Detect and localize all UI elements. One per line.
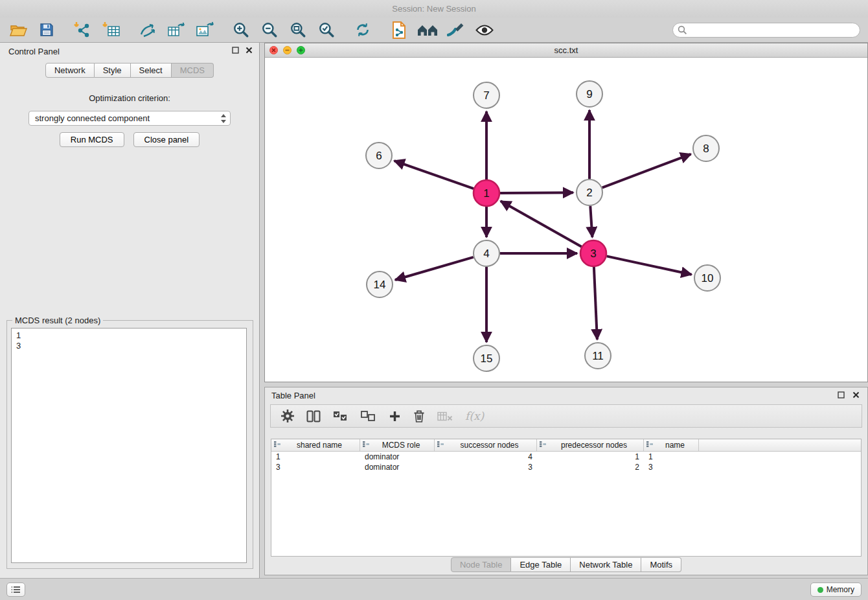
table-cell: dominator	[360, 452, 435, 461]
float-panel-icon[interactable]	[232, 46, 239, 56]
optimization-criterion-value: strongly connected component	[35, 113, 150, 123]
zoom-fit-icon[interactable]	[288, 19, 308, 40]
float-table-panel-icon[interactable]	[838, 391, 845, 400]
table-tab-edge-table[interactable]: Edge Table	[511, 557, 571, 572]
window-titlebar: Session: New Session	[0, 0, 868, 17]
network-view-window: scc.txt 7968124314101511	[264, 43, 868, 382]
search-icon	[678, 25, 687, 38]
create-column-plus-icon[interactable]	[389, 408, 401, 424]
network-graph[interactable]: 7968124314101511	[265, 58, 867, 382]
window-minimize-icon[interactable]	[283, 46, 291, 54]
unselect-all-columns-icon[interactable]	[361, 408, 376, 424]
column-header-MCDS-role[interactable]: MCDS role	[360, 439, 435, 451]
node-label: 6	[376, 150, 382, 162]
search-input[interactable]	[672, 23, 860, 38]
node-7[interactable]: 7	[474, 82, 499, 108]
import-table-icon[interactable]	[101, 19, 122, 40]
select-all-columns-icon[interactable]	[333, 408, 348, 424]
network-from-selection-icon[interactable]	[137, 19, 158, 40]
node-9[interactable]: 9	[577, 81, 602, 107]
attribute-type-icon	[646, 441, 654, 450]
control-panel-tab-mcds[interactable]: MCDS	[172, 63, 214, 78]
save-session-icon[interactable]	[36, 19, 57, 40]
node-1[interactable]: 1	[474, 180, 499, 206]
table-settings-gear-icon[interactable]	[281, 408, 294, 424]
close-panel-button[interactable]: Close panel	[133, 132, 200, 147]
node-label: 11	[592, 350, 604, 362]
window-close-icon[interactable]	[269, 46, 278, 54]
run-mcds-button[interactable]: Run MCDS	[60, 132, 124, 147]
table-panel: Table Panel	[264, 387, 868, 575]
node-14[interactable]: 14	[367, 271, 393, 297]
table-cell: 1	[644, 452, 699, 461]
node-3[interactable]: 3	[580, 240, 606, 266]
table-body: 1dominator4113dominator323	[271, 452, 861, 472]
table-tab-motifs[interactable]: Motifs	[641, 557, 681, 572]
close-table-panel-icon[interactable]	[852, 391, 860, 400]
control-panel-tabbar: NetworkStyleSelectMCDS	[0, 63, 259, 78]
node-6[interactable]: 6	[366, 143, 392, 168]
node-10[interactable]: 10	[694, 265, 720, 291]
table-tab-network-table[interactable]: Network Table	[571, 557, 641, 572]
zoom-selected-icon[interactable]	[316, 19, 337, 40]
table-row[interactable]: 3dominator323	[271, 462, 861, 472]
control-panel-tab-select[interactable]: Select	[131, 63, 172, 78]
paint-style-icon[interactable]	[446, 19, 466, 40]
optimization-criterion-select[interactable]: strongly connected component	[29, 111, 231, 126]
open-session-icon[interactable]	[8, 19, 29, 40]
edge-3-10[interactable]	[607, 256, 692, 274]
show-column-panel-icon[interactable]	[306, 408, 321, 424]
attribute-type-icon	[539, 441, 547, 450]
close-panel-icon[interactable]	[246, 46, 253, 56]
attribute-type-icon	[362, 441, 370, 450]
node-label: 10	[702, 272, 714, 284]
node-8[interactable]: 8	[693, 135, 719, 161]
column-header-successor-nodes[interactable]: successor nodes	[435, 439, 537, 451]
node-label: 7	[483, 89, 489, 102]
eye-icon[interactable]	[474, 19, 495, 40]
edge-2-3[interactable]	[590, 206, 592, 237]
edge-1-2[interactable]	[500, 192, 573, 193]
column-header-name[interactable]: name	[644, 439, 699, 451]
mcds-result-list[interactable]: 13	[11, 328, 247, 563]
node-15[interactable]: 15	[474, 345, 499, 371]
node-label: 9	[586, 88, 592, 100]
home-icon[interactable]	[417, 19, 438, 40]
edge-3-11[interactable]	[594, 267, 597, 340]
table-row[interactable]: 1dominator411	[271, 452, 861, 462]
export-image-icon[interactable]	[194, 19, 215, 40]
network-window-title: scc.txt	[554, 45, 578, 55]
attribute-type-icon	[437, 441, 444, 450]
window-zoom-icon[interactable]	[297, 46, 305, 54]
edge-2-8[interactable]	[602, 154, 691, 188]
zoom-in-icon[interactable]	[231, 19, 251, 40]
network-canvas[interactable]: 7968124314101511	[265, 58, 867, 382]
refresh-icon[interactable]	[352, 19, 373, 40]
table-cell: 1	[537, 452, 644, 461]
table-toolbar: f(x)	[270, 404, 862, 428]
node-label: 4	[483, 248, 489, 260]
delete-column-trash-icon[interactable]	[413, 408, 425, 424]
node-label: 8	[703, 143, 709, 155]
control-panel-tab-network[interactable]: Network	[45, 63, 95, 78]
control-panel: Control Panel NetworkStyleSelectMCDS Opt…	[0, 43, 260, 578]
memory-button[interactable]: Memory	[810, 583, 862, 597]
zoom-out-icon[interactable]	[259, 19, 280, 40]
edge-4-14[interactable]	[395, 257, 474, 280]
task-history-button[interactable]	[6, 583, 25, 597]
main-toolbar	[0, 17, 868, 43]
clone-network-icon[interactable]	[166, 19, 187, 40]
table-header-row: shared nameMCDS rolesuccessor nodesprede…	[271, 439, 861, 452]
column-header-predecessor-nodes[interactable]: predecessor nodes	[537, 439, 644, 451]
node-11[interactable]: 11	[585, 343, 611, 369]
edge-1-6[interactable]	[394, 161, 474, 189]
node-4[interactable]: 4	[474, 240, 499, 266]
node-2[interactable]: 2	[577, 179, 602, 205]
edge-3-1[interactable]	[501, 201, 582, 246]
column-header-shared-name[interactable]: shared name	[271, 439, 360, 451]
document-share-icon[interactable]	[389, 19, 409, 40]
table-tab-node-table[interactable]: Node Table	[451, 557, 512, 572]
mcds-result-line: 3	[16, 341, 242, 351]
control-panel-tab-style[interactable]: Style	[95, 63, 131, 78]
import-network-icon[interactable]	[73, 19, 93, 40]
